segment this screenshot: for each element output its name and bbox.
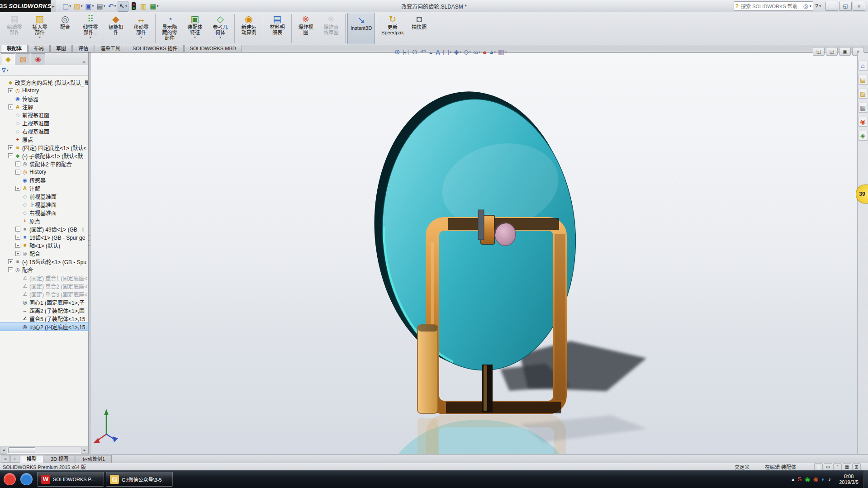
doc-restore-left-button[interactable]: ◱ bbox=[813, 47, 825, 56]
ribbon-button[interactable]: ▦ 编辑零 部件 bbox=[2, 12, 27, 45]
view-tool-button[interactable]: ⊕ bbox=[394, 48, 401, 56]
view-tool-button[interactable]: A bbox=[436, 48, 441, 56]
chevron-down-icon[interactable]: ▾ bbox=[450, 50, 451, 54]
ribbon-button[interactable]: ▣ 装配体 特征 ▾ bbox=[182, 12, 208, 45]
logo-expander[interactable]: ▸ bbox=[51, 0, 56, 12]
chevron-down-icon[interactable]: ▾ bbox=[114, 4, 116, 8]
tree-item[interactable]: ◇ 前视基准面 bbox=[0, 192, 88, 200]
task-pane-tab[interactable]: ◉ bbox=[858, 117, 868, 127]
command-tab[interactable]: SOLIDWORKS MBD bbox=[184, 45, 242, 52]
tab-scroll-left-button[interactable]: ‹ bbox=[10, 455, 19, 463]
command-tab[interactable]: 草图 bbox=[50, 45, 72, 52]
scrollbar-thumb[interactable] bbox=[8, 447, 35, 453]
ribbon-button[interactable] bbox=[263, 14, 263, 43]
scroll-right-arrow[interactable]: ▸ bbox=[81, 447, 88, 454]
chevron-down-icon[interactable]: ▾ bbox=[104, 4, 105, 8]
chevron-down-icon[interactable]: ▾ bbox=[810, 4, 811, 8]
ribbon-button[interactable] bbox=[291, 14, 292, 43]
ime-language-icon[interactable]: 中 bbox=[824, 463, 832, 471]
tree-item[interactable]: ◎ 同心1 (固定底座<1>,子 bbox=[0, 298, 88, 306]
chevron-down-icon[interactable]: ▾ bbox=[81, 4, 82, 8]
chevron-down-icon[interactable]: ▾ bbox=[7, 68, 9, 72]
search-icon[interactable]: ◎ bbox=[803, 3, 808, 9]
manager-pane-tab[interactable]: ◉ bbox=[31, 53, 45, 65]
tree-item[interactable]: + ■ (固定) 固定底座<1> (默认< bbox=[0, 143, 88, 152]
expand-toggle[interactable]: − bbox=[8, 153, 13, 158]
expand-toggle[interactable]: + bbox=[15, 170, 20, 175]
ime-keyboard-icon[interactable]: ▦ bbox=[843, 463, 851, 471]
chevron-down-icon[interactable]: ▾ bbox=[39, 35, 41, 39]
tree-item[interactable]: + ◷ History bbox=[0, 86, 88, 95]
tree-item[interactable]: + ◎ 配合 bbox=[0, 249, 88, 257]
ribbon-button[interactable] bbox=[377, 14, 377, 43]
tree-item[interactable]: + ■ (-) 15齿齿轮<1> (GB - Spu bbox=[0, 257, 88, 265]
ribbon-button[interactable]: ◇ 参考几 何体 ▾ bbox=[208, 12, 233, 45]
ribbon-button[interactable]: ◆ 智能扣 件 bbox=[103, 12, 128, 45]
taskbar-clock[interactable]: 8:08 2019/3/5 bbox=[835, 474, 863, 485]
quick-access-button[interactable]: ▥ bbox=[139, 1, 148, 11]
tree-item[interactable]: ◉ 传感器 bbox=[0, 95, 88, 103]
tree-item[interactable]: ◇ 前视基准面 bbox=[0, 111, 88, 119]
tree-item[interactable]: ◇ 上视基准面 bbox=[0, 119, 88, 127]
expand-toggle[interactable]: + bbox=[15, 161, 20, 166]
chevron-down-icon[interactable]: ▾ bbox=[92, 4, 94, 8]
document-tab[interactable]: 3D 视图 bbox=[44, 455, 75, 463]
command-tab[interactable]: SOLIDWORKS 插件 bbox=[127, 45, 184, 52]
tray-red-icon[interactable]: ◉ bbox=[813, 476, 818, 482]
tree-filter-bar[interactable]: ∇ ▾ bbox=[0, 65, 88, 76]
ime-punctuation-icon[interactable]: ’ bbox=[833, 463, 842, 471]
task-pane-tab[interactable]: ▤ bbox=[858, 75, 868, 85]
expand-toggle[interactable]: + bbox=[15, 186, 20, 191]
ribbon-button[interactable] bbox=[345, 14, 346, 43]
ribbon-button[interactable]: ◔ 显示隐 藏的零 部件 bbox=[157, 12, 182, 45]
view-tool-button[interactable]: ● bbox=[483, 48, 487, 56]
ime-sogou-icon[interactable]: S bbox=[814, 463, 823, 471]
view-tool-button[interactable]: ◇ ▾ bbox=[464, 48, 471, 56]
ribbon-button[interactable]: ▤ 材料明 细表 bbox=[265, 12, 290, 45]
ribbon-button[interactable] bbox=[155, 14, 156, 43]
tree-item[interactable]: + A 注解 bbox=[0, 184, 88, 192]
ribbon-button[interactable] bbox=[234, 14, 235, 43]
ribbon-button[interactable]: ↔ 移动零 部件 ▾ bbox=[128, 12, 154, 45]
quick-access-button[interactable]: ▨ ▾ bbox=[73, 1, 83, 11]
chevron-down-icon[interactable]: ▾ bbox=[479, 50, 480, 54]
show-desktop-button[interactable] bbox=[863, 470, 868, 488]
document-tab[interactable]: 运动算例1 bbox=[76, 455, 112, 463]
quick-access-button[interactable]: ↖ ▾ bbox=[118, 1, 128, 12]
chevron-down-icon[interactable]: ▾ bbox=[90, 35, 91, 39]
tree-item[interactable]: ◆ 改变方向的齿轮 (默认<默认_显 bbox=[0, 78, 88, 86]
chevron-down-icon[interactable]: ▾ bbox=[494, 50, 496, 54]
task-pane-tab[interactable]: ◈ bbox=[858, 131, 868, 141]
scroll-left-arrow[interactable]: ◂ bbox=[0, 447, 7, 454]
restore-button[interactable]: ◱ bbox=[839, 2, 852, 11]
view-tool-button[interactable]: ◒ bbox=[429, 48, 433, 56]
view-tool-button[interactable]: ▤ ▾ bbox=[443, 48, 451, 56]
tray-volume-icon[interactable]: ♪ bbox=[828, 476, 831, 482]
tree-item[interactable]: ↔ 距离2 (子装配体<1>,固 bbox=[0, 306, 88, 314]
task-pane-tab[interactable]: ⌂ bbox=[858, 61, 868, 71]
expand-toggle[interactable]: + bbox=[15, 251, 20, 256]
view-tool-button[interactable]: ⊙ bbox=[412, 48, 418, 56]
tree-item[interactable]: + 原点 bbox=[0, 217, 88, 225]
command-tab[interactable]: 渲染工具 bbox=[95, 45, 126, 52]
ribbon-button[interactable]: ◉ 新建运 动算例 bbox=[236, 12, 261, 45]
command-tab[interactable]: 评估 bbox=[72, 45, 94, 52]
tree-item[interactable]: ∠ 重合5 (子装配体<1>,15 bbox=[0, 314, 88, 322]
tray-expand-icon[interactable]: ▴ bbox=[792, 476, 795, 482]
quick-access-button[interactable]: ▤ ▾ bbox=[96, 1, 106, 11]
tree-item[interactable]: − ◆ (-) 子装配体<1> (默认<默 bbox=[0, 152, 88, 160]
expand-toggle[interactable]: + bbox=[8, 104, 13, 109]
more-tabs-button[interactable]: » bbox=[81, 59, 87, 65]
chevron-down-icon[interactable]: ▾ bbox=[140, 35, 142, 39]
quick-access-button[interactable]: ▦ ▾ bbox=[149, 1, 159, 11]
doc-restore-right-button[interactable]: ◲ bbox=[826, 47, 838, 56]
ribbon-button[interactable]: ↻ 更新 Speedpak bbox=[379, 12, 407, 45]
tree-item[interactable]: ◇ 上视基准面 bbox=[0, 200, 88, 208]
ribbon-button[interactable]: ◘ 拍快照 bbox=[407, 12, 432, 45]
red-browser-icon[interactable] bbox=[4, 473, 16, 485]
tree-item[interactable]: + 原点 bbox=[0, 135, 88, 143]
task-pane-tab[interactable]: ▨ bbox=[858, 89, 868, 99]
chevron-down-icon[interactable]: ▾ bbox=[469, 50, 471, 54]
ribbon-button[interactable]: ※ 爆炸直 线草图 bbox=[318, 12, 344, 45]
view-tool-button[interactable]: ∞ ▾ bbox=[473, 48, 480, 56]
